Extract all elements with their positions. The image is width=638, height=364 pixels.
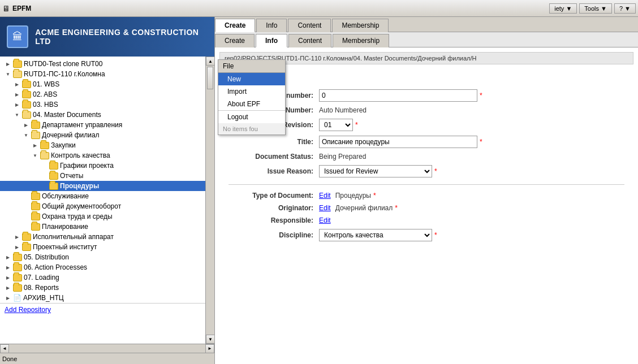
folder-icon-rutd1 [13,71,22,78]
tree-item-abs[interactable]: ▶ 02. ABS [0,89,205,99]
folder-icon-zakup [40,142,49,149]
tab-info-inner[interactable]: Info [256,34,287,47]
tree-item-loading[interactable]: ▶ 07. Loading [0,272,205,283]
tools-button[interactable]: Tools ▼ [579,3,612,14]
tree-label-arkhiv: АРХИВ_НТЦ [23,294,64,302]
dropdown-no-items: No items fou [218,123,285,135]
tree-arrow-ispoln[interactable]: ▶ [14,233,20,240]
tab-membership-inner[interactable]: Membership [333,34,389,47]
tree-arrow-actproc[interactable]: ▶ [5,264,11,271]
tree-label-plan: Планирование [42,223,88,231]
tree-label-grafiki: Графики проекта [60,162,114,170]
tree-arrow-zakup[interactable]: ▶ [32,142,38,149]
issue-required: * [434,167,437,175]
tree-item-doch[interactable]: ▼ Дочерний филиал [0,130,205,140]
tree-label-rutd0: RUTD0-Test clone RUT00 [24,60,102,68]
tree-arrow-master[interactable]: ▼ [14,111,20,118]
dropdown-menu: File New Import About EPF Logout No item… [218,59,286,135]
scroll-right-button[interactable]: ► [205,344,214,353]
dropdown-item-import[interactable]: Import [218,85,285,98]
status-text: Done [2,356,17,362]
tree-label-loading: 07. Loading [24,274,59,281]
tree-item-dist[interactable]: ▶ 05. Distribution [0,252,205,262]
scroll-thumb[interactable] [207,67,213,89]
tree-label-reports: 08. Reports [24,284,59,292]
tree-item-arkhiv[interactable]: ▶ 📄 АРХИВ_НТЦ [0,293,205,303]
dropdown-item-about[interactable]: About EPF [218,98,285,110]
tree-item-proc[interactable]: ▶ Процедуры [0,181,205,191]
tab-content-inner[interactable]: Content [288,34,331,47]
tree-item-plan[interactable]: ▶ Планирование [0,222,205,232]
folder-icon-abs [22,91,31,98]
tab-membership-top[interactable]: Membership [332,19,389,32]
tree-arrow-wbs[interactable]: ▶ [14,81,20,88]
help-button[interactable]: ? ▼ [614,3,636,14]
tree-item-reports[interactable]: ▶ 08. Reports [0,283,205,293]
tree-item-otchet[interactable]: ▶ Отчеты [0,171,205,181]
tree-item-depart[interactable]: ▶ Департамент управления [0,120,205,130]
folder-icon-master [22,111,31,119]
tree-arrow-loading[interactable]: ▶ [5,274,11,281]
tree-arrow-dist[interactable]: ▶ [5,254,11,261]
tree-label-proc: Процедуры [60,182,99,190]
title-input[interactable] [319,136,477,148]
tree-item-master[interactable]: ▼ 04. Master Documents [0,110,205,120]
tree-item-actproc[interactable]: ▶ 06. Action Processes [0,262,205,272]
tree-item-okhrana[interactable]: ▶ Охрана труда и среды [0,211,205,222]
tree-item-grafiki[interactable]: ▶ Графики проекта [0,161,205,171]
tree-item-obsluzhiv[interactable]: ▶ Обслуживание [0,191,205,201]
tree-item-wbs[interactable]: ▶ 01. WBS [0,79,205,89]
tree-item-rutd1[interactable]: ▼ RUTD1-ПС-110 г.Коломна [0,69,205,79]
inner-tab-bar: Create Info Content Membership [215,32,638,47]
tree-container: ▶ RUTD0-Test clone RUT00 ▼ RUTD1-ПС-110 … [0,57,205,344]
scroll-up-button[interactable]: ▲ [206,57,214,66]
sequence-input[interactable] [319,89,477,102]
tab-create-top[interactable]: Create [215,19,255,32]
issue-select[interactable]: Issued for Review Issued for Approval Is… [319,165,432,177]
tree-arrow-abs[interactable]: ▶ [14,91,20,98]
tree-item-ispoln[interactable]: ▶ Исполнительный аппарат [0,232,205,242]
issue-row: Issue Reason: Issued for Review Issued f… [229,165,624,177]
tree-arrow-kk[interactable]: ▼ [32,152,38,159]
tree-item-obsh[interactable]: ▶ Общий документооборот [0,201,205,211]
revision-row: Revision: 01 02 03 * [229,119,624,131]
tree-arrow-doch[interactable]: ▼ [23,132,29,138]
type-row: Type of Document: Edit Процедуры * [229,192,624,200]
revision-select[interactable]: 01 02 03 [319,119,353,131]
add-repository-link[interactable]: Add Repository [0,303,205,316]
tree-item-zakup[interactable]: ▶ Закупки [0,140,205,150]
tab-info-top[interactable]: Info [256,19,287,32]
folder-icon-otchet [49,172,58,180]
tree-arrow-depart[interactable]: ▶ [23,122,29,128]
orig-edit-link[interactable]: Edit [319,204,331,212]
scroll-left-button[interactable]: ◄ [0,344,9,353]
tree-item-rutd0[interactable]: ▶ RUTD0-Test clone RUT00 [0,59,205,69]
folder-icon-rutd0 [13,60,22,68]
type-label: Type of Document: [229,192,319,200]
type-edit-link[interactable]: Edit [319,192,331,200]
tree-item-hbs[interactable]: ▶ 03. HBS [0,99,205,110]
tree-label-hbs: 03. HBS [33,101,58,109]
tree-item-kk[interactable]: ▼ Контроль качества [0,150,205,161]
status-row: Document Status: Being Prepared [229,153,624,161]
tree-item-proekt[interactable]: ▶ Проектный институт [0,242,205,252]
resp-edit-link[interactable]: Edit [319,216,331,224]
tree-arrow-rutd0[interactable]: ▶ [5,60,11,67]
tree-arrow-proekt[interactable]: ▶ [14,244,20,250]
scroll-down-button[interactable]: ▼ [206,335,214,344]
tab-content-top[interactable]: Content [288,19,331,32]
company-name: ACME ENGINEERING & CONSTRUCTION LTD [35,28,208,46]
disc-select[interactable]: Контроль качества Другое [319,229,432,241]
tree-arrow-arkhiv[interactable]: ▶ [5,294,11,301]
iiety-button[interactable]: iety ▼ [549,3,577,14]
dropdown-item-new[interactable]: New [218,73,285,85]
company-logo: 🏛 [7,25,28,48]
tree-arrow-reports[interactable]: ▶ [5,284,11,291]
tree-arrow-rutd1[interactable]: ▼ [5,71,11,77]
dropdown-item-logout[interactable]: Logout [218,111,285,123]
tree-arrow-hbs[interactable]: ▶ [14,101,20,108]
orig-label: Originator: [229,204,319,212]
tab-create-inner[interactable]: Create [215,34,255,47]
tree-scrollbar[interactable]: ▲ ▼ [205,57,214,344]
sequence-required: * [480,92,482,99]
